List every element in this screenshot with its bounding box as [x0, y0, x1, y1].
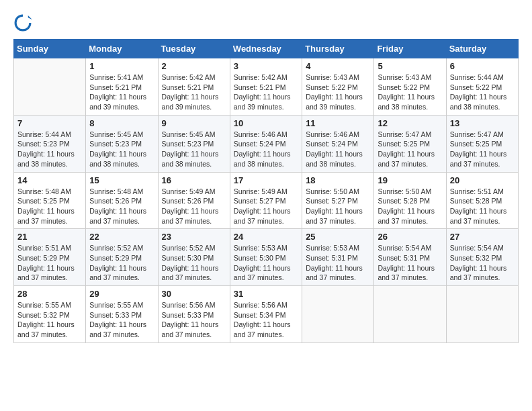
calendar-cell: 1Sunrise: 5:41 AMSunset: 5:21 PMDaylight…	[86, 58, 158, 116]
calendar-cell: 20Sunrise: 5:51 AMSunset: 5:28 PMDayligh…	[446, 172, 518, 229]
calendar-cell	[446, 286, 518, 343]
logo-icon	[13, 13, 32, 32]
calendar-week-row: 14Sunrise: 5:48 AMSunset: 5:25 PMDayligh…	[14, 172, 519, 229]
day-info: Sunrise: 5:52 AMSunset: 5:30 PMDaylight:…	[162, 243, 226, 283]
day-info: Sunrise: 5:54 AMSunset: 5:31 PMDaylight:…	[378, 243, 442, 283]
calendar-cell: 31Sunrise: 5:56 AMSunset: 5:34 PMDayligh…	[230, 286, 302, 343]
day-number: 1	[89, 61, 154, 71]
weekday-header: Wednesday	[230, 40, 302, 58]
weekday-header: Tuesday	[158, 40, 230, 58]
calendar-cell: 30Sunrise: 5:56 AMSunset: 5:33 PMDayligh…	[158, 286, 230, 343]
day-number: 15	[89, 175, 154, 185]
day-info: Sunrise: 5:47 AMSunset: 5:25 PMDaylight:…	[378, 130, 442, 169]
day-info: Sunrise: 5:42 AMSunset: 5:21 PMDaylight:…	[162, 73, 226, 112]
calendar-cell: 21Sunrise: 5:51 AMSunset: 5:29 PMDayligh…	[14, 229, 86, 286]
day-number: 9	[162, 118, 226, 128]
day-info: Sunrise: 5:54 AMSunset: 5:32 PMDaylight:…	[450, 243, 515, 283]
day-number: 25	[306, 232, 370, 242]
calendar-week-row: 21Sunrise: 5:51 AMSunset: 5:29 PMDayligh…	[14, 229, 519, 286]
day-number: 8	[89, 118, 154, 128]
calendar-cell: 9Sunrise: 5:45 AMSunset: 5:23 PMDaylight…	[158, 115, 230, 172]
calendar-cell: 6Sunrise: 5:44 AMSunset: 5:22 PMDaylight…	[446, 58, 518, 116]
day-info: Sunrise: 5:52 AMSunset: 5:29 PMDaylight:…	[89, 243, 154, 283]
day-info: Sunrise: 5:44 AMSunset: 5:23 PMDaylight:…	[17, 130, 82, 169]
calendar-cell: 29Sunrise: 5:55 AMSunset: 5:33 PMDayligh…	[86, 286, 158, 343]
weekday-header: Friday	[374, 40, 446, 58]
calendar-cell: 8Sunrise: 5:45 AMSunset: 5:23 PMDaylight…	[86, 115, 158, 172]
calendar-cell: 17Sunrise: 5:49 AMSunset: 5:27 PMDayligh…	[230, 172, 302, 229]
day-number: 19	[378, 175, 442, 185]
calendar-week-row: 7Sunrise: 5:44 AMSunset: 5:23 PMDaylight…	[14, 115, 519, 172]
day-info: Sunrise: 5:42 AMSunset: 5:21 PMDaylight:…	[234, 73, 298, 112]
day-number: 24	[234, 232, 298, 242]
day-info: Sunrise: 5:49 AMSunset: 5:27 PMDaylight:…	[234, 187, 298, 226]
calendar-cell	[302, 286, 374, 343]
day-number: 2	[162, 61, 226, 71]
day-info: Sunrise: 5:46 AMSunset: 5:24 PMDaylight:…	[306, 130, 370, 169]
day-number: 22	[89, 232, 154, 242]
day-info: Sunrise: 5:45 AMSunset: 5:23 PMDaylight:…	[89, 130, 154, 169]
day-info: Sunrise: 5:51 AMSunset: 5:28 PMDaylight:…	[450, 187, 515, 226]
day-number: 5	[378, 61, 442, 71]
day-number: 6	[450, 61, 515, 71]
day-number: 26	[378, 232, 442, 242]
calendar-cell: 11Sunrise: 5:46 AMSunset: 5:24 PMDayligh…	[302, 115, 374, 172]
day-info: Sunrise: 5:46 AMSunset: 5:24 PMDaylight:…	[234, 130, 298, 169]
day-number: 10	[234, 118, 298, 128]
calendar-cell: 24Sunrise: 5:53 AMSunset: 5:30 PMDayligh…	[230, 229, 302, 286]
weekday-header: Saturday	[446, 40, 518, 58]
calendar-cell	[374, 286, 446, 343]
calendar-cell: 23Sunrise: 5:52 AMSunset: 5:30 PMDayligh…	[158, 229, 230, 286]
calendar-week-row: 1Sunrise: 5:41 AMSunset: 5:21 PMDaylight…	[14, 58, 519, 116]
day-info: Sunrise: 5:44 AMSunset: 5:22 PMDaylight:…	[450, 73, 515, 112]
calendar-cell: 10Sunrise: 5:46 AMSunset: 5:24 PMDayligh…	[230, 115, 302, 172]
day-info: Sunrise: 5:53 AMSunset: 5:30 PMDaylight:…	[234, 243, 298, 283]
calendar-cell: 5Sunrise: 5:43 AMSunset: 5:22 PMDaylight…	[374, 58, 446, 116]
calendar-cell: 26Sunrise: 5:54 AMSunset: 5:31 PMDayligh…	[374, 229, 446, 286]
day-number: 30	[162, 289, 226, 299]
day-info: Sunrise: 5:49 AMSunset: 5:26 PMDaylight:…	[162, 187, 226, 226]
weekday-header: Monday	[86, 40, 158, 58]
day-info: Sunrise: 5:55 AMSunset: 5:32 PMDaylight:…	[17, 300, 82, 340]
calendar-cell: 12Sunrise: 5:47 AMSunset: 5:25 PMDayligh…	[374, 115, 446, 172]
day-number: 31	[234, 289, 298, 299]
calendar-cell: 13Sunrise: 5:47 AMSunset: 5:25 PMDayligh…	[446, 115, 518, 172]
day-info: Sunrise: 5:43 AMSunset: 5:22 PMDaylight:…	[378, 73, 442, 112]
calendar-cell: 27Sunrise: 5:54 AMSunset: 5:32 PMDayligh…	[446, 229, 518, 286]
day-info: Sunrise: 5:50 AMSunset: 5:27 PMDaylight:…	[306, 187, 370, 226]
day-number: 21	[17, 232, 82, 242]
day-info: Sunrise: 5:50 AMSunset: 5:28 PMDaylight:…	[378, 187, 442, 226]
day-info: Sunrise: 5:51 AMSunset: 5:29 PMDaylight:…	[17, 243, 82, 283]
page-header	[13, 13, 519, 32]
day-info: Sunrise: 5:43 AMSunset: 5:22 PMDaylight:…	[306, 73, 370, 112]
day-number: 28	[17, 289, 82, 299]
calendar-cell: 15Sunrise: 5:48 AMSunset: 5:26 PMDayligh…	[86, 172, 158, 229]
day-number: 17	[234, 175, 298, 185]
calendar-cell	[14, 58, 86, 116]
day-info: Sunrise: 5:56 AMSunset: 5:33 PMDaylight:…	[162, 300, 226, 340]
day-number: 18	[306, 175, 370, 185]
day-number: 14	[17, 175, 82, 185]
day-info: Sunrise: 5:53 AMSunset: 5:31 PMDaylight:…	[306, 243, 370, 283]
calendar-cell: 14Sunrise: 5:48 AMSunset: 5:25 PMDayligh…	[14, 172, 86, 229]
day-number: 20	[450, 175, 515, 185]
calendar-cell: 25Sunrise: 5:53 AMSunset: 5:31 PMDayligh…	[302, 229, 374, 286]
day-number: 11	[306, 118, 370, 128]
day-info: Sunrise: 5:47 AMSunset: 5:25 PMDaylight:…	[450, 130, 515, 169]
calendar-cell: 28Sunrise: 5:55 AMSunset: 5:32 PMDayligh…	[14, 286, 86, 343]
day-number: 7	[17, 118, 82, 128]
day-number: 4	[306, 61, 370, 71]
calendar-cell: 4Sunrise: 5:43 AMSunset: 5:22 PMDaylight…	[302, 58, 374, 116]
day-info: Sunrise: 5:41 AMSunset: 5:21 PMDaylight:…	[89, 73, 154, 112]
weekday-header: Thursday	[302, 40, 374, 58]
calendar-cell: 3Sunrise: 5:42 AMSunset: 5:21 PMDaylight…	[230, 58, 302, 116]
calendar-cell: 19Sunrise: 5:50 AMSunset: 5:28 PMDayligh…	[374, 172, 446, 229]
calendar-cell: 2Sunrise: 5:42 AMSunset: 5:21 PMDaylight…	[158, 58, 230, 116]
calendar-cell: 22Sunrise: 5:52 AMSunset: 5:29 PMDayligh…	[86, 229, 158, 286]
weekday-header: Sunday	[14, 40, 86, 58]
day-info: Sunrise: 5:55 AMSunset: 5:33 PMDaylight:…	[89, 300, 154, 340]
calendar-cell: 18Sunrise: 5:50 AMSunset: 5:27 PMDayligh…	[302, 172, 374, 229]
day-number: 12	[378, 118, 442, 128]
day-number: 23	[162, 232, 226, 242]
calendar-table: SundayMondayTuesdayWednesdayThursdayFrid…	[13, 39, 519, 343]
